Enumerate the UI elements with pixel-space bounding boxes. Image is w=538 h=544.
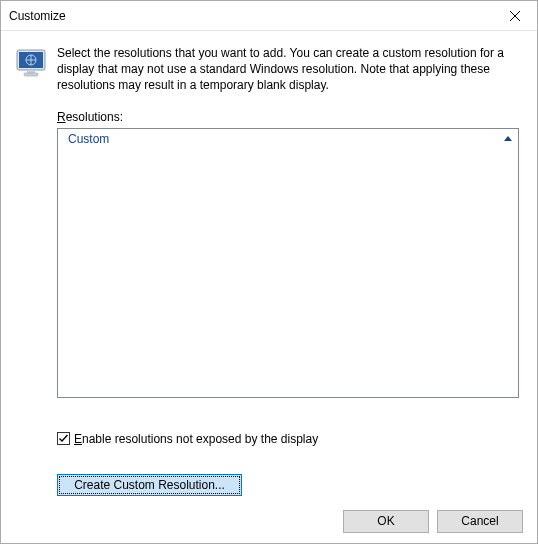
resolutions-label: Resolutions:	[57, 110, 519, 124]
ok-button[interactable]: OK	[343, 510, 429, 533]
titlebar: Customize	[1, 1, 537, 31]
list-group-label: Custom	[68, 132, 504, 146]
enable-resolutions-checkbox-row[interactable]: Enable resolutions not exposed by the di…	[57, 432, 519, 446]
customize-dialog: Customize Select the resolutio	[0, 0, 538, 544]
enable-resolutions-label: Enable resolutions not exposed by the di…	[74, 432, 318, 446]
body-column: Resolutions: Custom Enable resolutions n…	[57, 94, 519, 496]
caret-up-icon	[504, 136, 512, 141]
checkmark-icon	[58, 433, 69, 444]
monitor-icon	[15, 47, 47, 79]
close-button[interactable]	[492, 1, 537, 30]
close-icon	[510, 11, 520, 21]
header-row: Select the resolutions that you want to …	[15, 45, 519, 94]
list-group-header[interactable]: Custom	[58, 129, 518, 149]
create-custom-resolution-button[interactable]: Create Custom Resolution...	[57, 474, 242, 496]
content-area: Select the resolutions that you want to …	[1, 31, 537, 510]
svg-rect-7	[27, 70, 35, 73]
svg-rect-8	[24, 73, 38, 76]
enable-resolutions-checkbox[interactable]	[57, 432, 70, 445]
description-text: Select the resolutions that you want to …	[57, 45, 519, 94]
resolutions-listbox[interactable]: Custom	[57, 128, 519, 398]
dialog-button-row: OK Cancel	[1, 510, 537, 544]
window-title: Customize	[9, 9, 492, 23]
cancel-button[interactable]: Cancel	[437, 510, 523, 533]
